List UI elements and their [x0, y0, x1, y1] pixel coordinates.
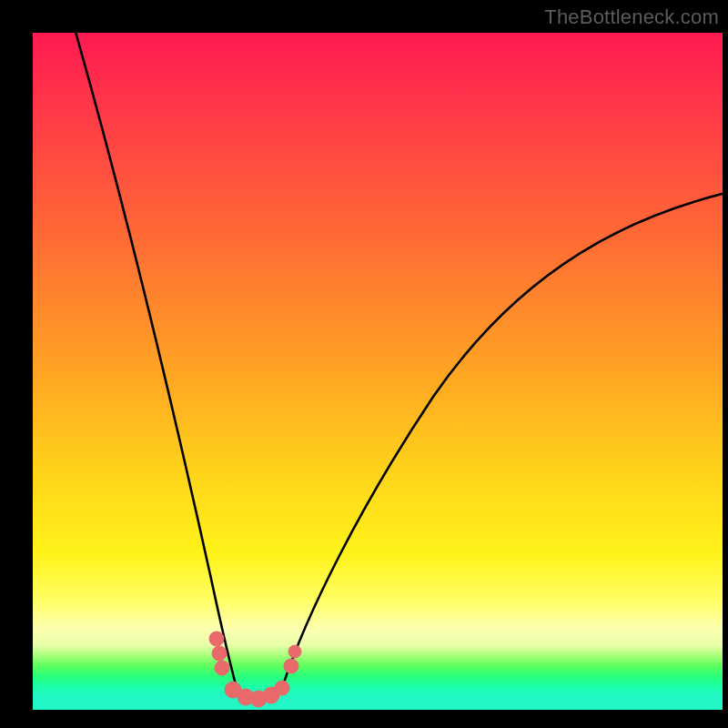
- svg-point-8: [284, 659, 298, 673]
- chart-frame: TheBottleneck.com: [0, 0, 728, 728]
- watermark-text: TheBottleneck.com: [544, 5, 719, 29]
- curve-layer: [33, 33, 723, 710]
- svg-point-0: [209, 632, 224, 646]
- plot-area: [33, 33, 723, 710]
- marker-cluster: [209, 632, 301, 707]
- svg-point-9: [288, 645, 301, 658]
- svg-point-7: [275, 681, 289, 695]
- curve-left: [74, 33, 237, 688]
- curve-right: [282, 191, 723, 688]
- svg-point-1: [212, 646, 227, 661]
- svg-point-2: [215, 661, 229, 675]
